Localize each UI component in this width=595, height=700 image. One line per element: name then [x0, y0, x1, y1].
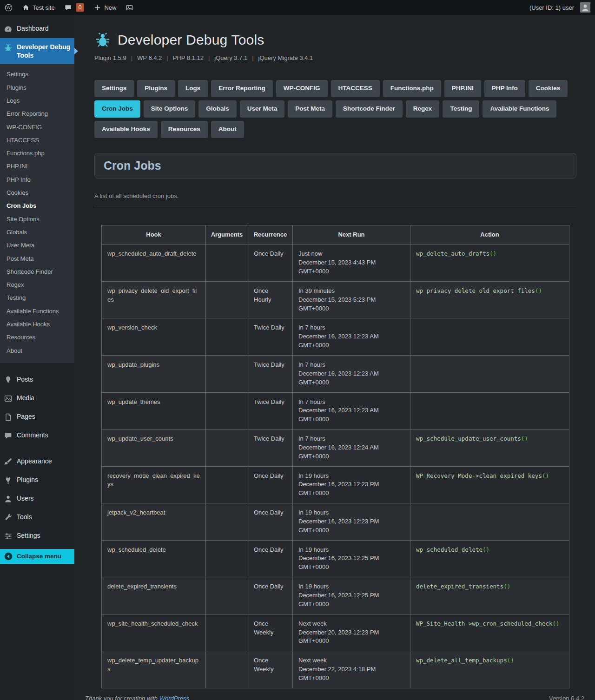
submenu-item-testing[interactable]: Testing	[0, 291, 74, 304]
submenu-item-globals[interactable]: Globals	[0, 226, 74, 239]
sidebar-item-appearance[interactable]: Appearance	[0, 452, 74, 471]
arguments-cell	[206, 355, 248, 392]
tab-globals[interactable]: Globals	[198, 100, 237, 118]
tab-settings[interactable]: Settings	[94, 80, 134, 97]
next-run-line: In 19 hours	[298, 472, 404, 481]
submenu-item-settings[interactable]: Settings	[0, 68, 74, 81]
next-run-line: Next week	[298, 620, 404, 628]
submenu-item-php-ini[interactable]: PHP.INI	[0, 160, 74, 173]
submenu-item-regex[interactable]: Regex	[0, 278, 74, 291]
hook-cell: jetpack_v2_heartbeat	[102, 503, 206, 541]
version-label: Version 6.4.2	[549, 695, 584, 700]
submenu-item-about[interactable]: About	[0, 344, 74, 357]
column-header-hook: Hook	[102, 225, 206, 244]
wp-logo-menu[interactable]	[0, 0, 17, 15]
debug-bar-shortcut[interactable]	[121, 0, 138, 15]
collapse-menu-button[interactable]: Collapse menu	[0, 549, 74, 564]
cron-row-wp-scheduled-auto-draft-delete: wp_scheduled_auto_draft_deleteOnce Daily…	[102, 244, 569, 282]
sidebar-item-dashboard[interactable]: Dashboard	[0, 20, 74, 38]
sidebar-item-posts[interactable]: Posts	[0, 370, 74, 389]
action-cell: wp_privacy_delete_old_export_files()	[410, 281, 569, 318]
tab-about[interactable]: About	[211, 121, 244, 138]
header-row: HookArgumentsRecurrenceNext RunAction	[102, 225, 569, 244]
sidebar-item-pages[interactable]: Pages	[0, 408, 74, 426]
sidebar-item-settings[interactable]: Settings	[0, 527, 74, 545]
column-header-action: Action	[410, 225, 569, 244]
tab-shortcode-finder[interactable]: Shortcode Finder	[336, 100, 403, 118]
tab-error-reporting[interactable]: Error Reporting	[211, 80, 273, 97]
tab-cookies[interactable]: Cookies	[529, 80, 568, 97]
arguments-cell	[206, 244, 248, 282]
new-content-link[interactable]: New	[89, 0, 121, 15]
tab-testing[interactable]: Testing	[443, 100, 479, 118]
submenu-item-user-meta[interactable]: User Meta	[0, 239, 74, 252]
submenu-item-php-info[interactable]: PHP Info	[0, 173, 74, 186]
tab-php-info[interactable]: PHP Info	[484, 80, 525, 97]
sidebar-content-menu: PostsMediaPagesComments	[0, 370, 74, 445]
tab-plugins[interactable]: Plugins	[137, 80, 175, 97]
env-version: Plugin 1.5.9	[94, 54, 126, 61]
tab-cron-jobs[interactable]: Cron Jobs	[94, 100, 140, 118]
next-run-cell: In 19 hoursDecember 16, 2023 12:23 PMGMT…	[293, 466, 410, 503]
menu-item-label: Dashboard	[17, 24, 49, 33]
submenu-item-functions-php[interactable]: Functions.php	[0, 147, 74, 160]
meta-separator: |	[208, 54, 210, 61]
tab-functions-php[interactable]: Functions.php	[383, 80, 441, 97]
submenu-item-logs[interactable]: Logs	[0, 94, 74, 107]
submenu-item-error-reporting[interactable]: Error Reporting	[0, 107, 74, 120]
hook-cell: recovery_mode_clean_expired_keys	[102, 466, 206, 503]
submenu-item-post-meta[interactable]: Post Meta	[0, 252, 74, 265]
tab-php-ini[interactable]: PHP.INI	[444, 80, 481, 97]
next-run-line: GMT+0000	[298, 674, 404, 683]
arguments-cell	[206, 503, 248, 541]
tab-available-functions[interactable]: Available Functions	[483, 100, 556, 118]
action-cell: wp_delete_all_temp_backups()	[410, 651, 569, 688]
next-run-cell: Next weekDecember 20, 2023 12:23 PMGMT+0…	[293, 614, 410, 651]
tab-site-options[interactable]: Site Options	[144, 100, 196, 118]
sidebar-item-media[interactable]: Media	[0, 389, 74, 408]
submenu-item-available-hooks[interactable]: Available Hooks	[0, 318, 74, 331]
meta-separator: |	[166, 54, 168, 61]
sidebar-item-comments[interactable]: Comments	[0, 426, 74, 445]
submenu-item-plugins[interactable]: Plugins	[0, 81, 74, 94]
tab-regex[interactable]: Regex	[406, 100, 440, 118]
menu-item-label: Tools	[17, 513, 32, 521]
submenu-item-wp-config[interactable]: WP-CONFIG	[0, 121, 74, 134]
action-cell	[410, 318, 569, 356]
recurrence-cell: Once Daily	[248, 503, 293, 541]
tab-wp-config[interactable]: WP-CONFIG	[276, 80, 328, 97]
next-run-line: December 16, 2023 12:24 AM	[298, 443, 404, 452]
sidebar-item-plugins[interactable]: Plugins	[0, 471, 74, 489]
recurrence-cell: Twice Daily	[248, 429, 293, 467]
submenu-item-cron-jobs[interactable]: Cron Jobs	[0, 199, 74, 212]
submenu-item-site-options[interactable]: Site Options	[0, 213, 74, 226]
sidebar-item-developer-debug-tools[interactable]: Developer Debug Tools	[0, 38, 74, 64]
submenu-item-cookies[interactable]: Cookies	[0, 186, 74, 199]
next-run-line: GMT+0000	[298, 489, 404, 498]
tab-resources[interactable]: Resources	[161, 121, 208, 138]
next-run-line: GMT+0000	[298, 378, 404, 387]
arguments-cell	[206, 281, 248, 318]
site-name-link[interactable]: Test site	[17, 0, 60, 15]
tab-htaccess[interactable]: HTACCESS	[331, 80, 380, 97]
next-run-line: December 16, 2023 12:23 PM	[298, 480, 404, 489]
submenu-item-htaccess[interactable]: HTACCESS	[0, 134, 74, 147]
tab-logs[interactable]: Logs	[178, 80, 208, 97]
submenu-item-resources[interactable]: Resources	[0, 331, 74, 344]
tab-post-meta[interactable]: Post Meta	[288, 100, 332, 118]
action-code: wp_schedule_update_user_counts()	[416, 435, 528, 442]
next-run-line: December 22, 2023 4:18 PM	[298, 665, 404, 674]
user-account-link[interactable]: (User ID: 1) user	[525, 0, 595, 15]
submenu-item-available-functions[interactable]: Available Functions	[0, 305, 74, 318]
tab-user-meta[interactable]: User Meta	[240, 100, 285, 118]
tab-available-hooks[interactable]: Available Hooks	[94, 121, 158, 138]
wordpress-link[interactable]: WordPress	[159, 695, 189, 700]
comments-link[interactable]: 0	[60, 0, 89, 15]
next-run-line: In 7 hours	[298, 361, 404, 370]
submenu-item-shortcode-finder[interactable]: Shortcode Finder	[0, 265, 74, 278]
sidebar-item-users[interactable]: Users	[0, 489, 74, 508]
sidebar-item-tools[interactable]: Tools	[0, 508, 74, 527]
section-panel-header: Cron Jobs	[94, 153, 576, 178]
next-run-line: GMT+0000	[298, 267, 404, 276]
menu-item-label: Developer Debug Tools	[17, 43, 71, 59]
